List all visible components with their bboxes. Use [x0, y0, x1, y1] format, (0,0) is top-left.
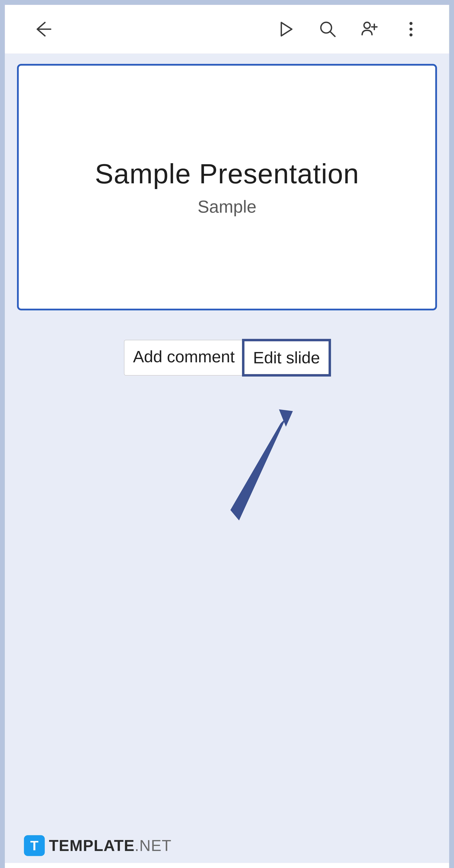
svg-point-3 [410, 28, 413, 31]
play-icon [277, 20, 296, 39]
slide-area: Sample Presentation Sample [5, 54, 449, 310]
more-vert-icon [401, 20, 421, 39]
svg-point-1 [364, 22, 370, 28]
slide-context-menu: Add comment Edit slide [124, 340, 330, 375]
svg-point-4 [410, 33, 413, 36]
back-arrow-icon [33, 20, 53, 39]
present-button[interactable] [270, 13, 302, 45]
share-button[interactable] [354, 13, 385, 45]
watermark-brand-bold: TEMPLATE [49, 837, 135, 854]
add-person-icon [360, 20, 379, 39]
app-top-bar [5, 5, 449, 54]
search-icon [318, 20, 337, 39]
system-nav-bar [5, 863, 449, 868]
add-comment-button[interactable]: Add comment [124, 340, 244, 375]
watermark-text: TEMPLATE.NET [49, 837, 171, 855]
device-frame: Sample Presentation Sample Add comment E… [0, 0, 454, 868]
search-button[interactable] [312, 13, 343, 45]
annotation-arrow-icon [220, 406, 307, 527]
more-button[interactable] [395, 13, 427, 45]
slide-subtitle: Sample [198, 197, 256, 217]
slide-thumbnail[interactable]: Sample Presentation Sample [17, 64, 437, 310]
watermark-brand-light: .NET [135, 837, 171, 854]
slide-title: Sample Presentation [95, 158, 359, 190]
watermark: T TEMPLATE.NET [24, 835, 171, 856]
back-button[interactable] [27, 13, 59, 45]
edit-slide-button[interactable]: Edit slide [242, 339, 331, 376]
svg-point-2 [410, 22, 413, 25]
watermark-badge: T [24, 835, 45, 856]
